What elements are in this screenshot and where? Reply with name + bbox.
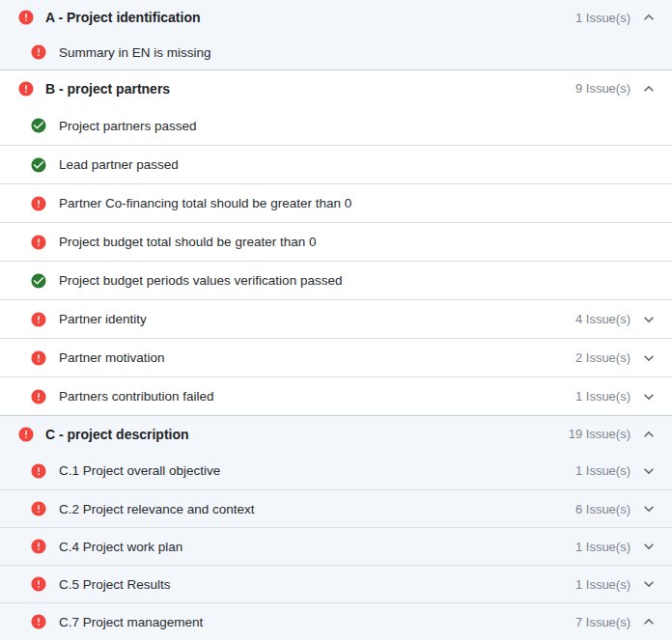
- issue-label: C.5 Project Results: [59, 577, 575, 592]
- section-title: B - project partners: [45, 81, 575, 97]
- issue-count: 1 Issue(s): [575, 11, 630, 25]
- status-icon: [30, 462, 47, 480]
- status-icon: [17, 80, 35, 98]
- issue-row-budget-periods-passed: Project budget periods values verificati…: [0, 261, 672, 299]
- chevron-down-icon[interactable]: [639, 574, 658, 594]
- issue-row-c2-relevance-context[interactable]: C.2 Project relevance and context 6 Issu…: [0, 489, 672, 527]
- status-icon: [30, 538, 47, 555]
- issue-row-c4-work-plan[interactable]: C.4 Project work plan 1 Issue(s): [0, 527, 672, 565]
- section-header-a[interactable]: A - Project identification 1 Issue(s): [0, 0, 672, 35]
- status-icon: [30, 117, 47, 134]
- chevron-down-icon[interactable]: [639, 537, 658, 556]
- issue-row-partners-contribution-failed[interactable]: Partners contribution failed 1 Issue(s): [0, 376, 672, 415]
- error-icon: [17, 9, 35, 26]
- error-icon: [30, 349, 47, 367]
- error-icon: [30, 613, 47, 630]
- status-icon: [30, 349, 47, 367]
- check-circle-icon: [30, 156, 47, 174]
- chevron-down-icon[interactable]: [639, 348, 658, 368]
- issue-row-summary-en-missing: Summary in EN is missing: [0, 35, 672, 70]
- validation-issues-panel: A - Project identification 1 Issue(s) Su…: [0, 0, 672, 640]
- issue-count: 1 Issue(s): [575, 540, 630, 554]
- issue-label: Partner motivation: [59, 350, 575, 365]
- error-icon: [30, 575, 47, 593]
- issue-row-partner-identity[interactable]: Partner identity 4 Issue(s): [0, 299, 672, 338]
- status-icon: [30, 500, 47, 517]
- issue-count: 1 Issue(s): [575, 463, 630, 478]
- issue-row-lead-partner-passed: Lead partner passed: [0, 145, 672, 183]
- issue-row-c5-results[interactable]: C.5 Project Results 1 Issue(s): [0, 565, 672, 602]
- issue-count: 1 Issue(s): [575, 577, 630, 592]
- section-project-description: C - project description 19 Issue(s) C.1 …: [0, 415, 672, 640]
- issue-label: Project budget periods values verificati…: [59, 273, 650, 288]
- chevron-down-icon[interactable]: [639, 387, 658, 406]
- error-icon: [30, 388, 47, 405]
- error-icon: [30, 538, 47, 555]
- issue-row-c7-management[interactable]: C.7 Project management 7 Issue(s): [0, 602, 672, 640]
- issue-count: 9 Issue(s): [575, 81, 630, 96]
- issue-count: 4 Issue(s): [575, 312, 630, 326]
- issue-label: Partner Co-financing total should be gre…: [59, 196, 650, 210]
- issue-label: C.1 Project overall objective: [59, 463, 575, 478]
- chevron-up-icon[interactable]: [639, 612, 658, 631]
- error-icon: [30, 234, 47, 251]
- issue-label: Project budget total should be greater t…: [59, 235, 650, 249]
- issue-label: Partners contribution failed: [59, 389, 575, 404]
- error-icon: [17, 80, 35, 98]
- status-icon: [30, 575, 47, 593]
- chevron-up-icon[interactable]: [639, 8, 658, 27]
- check-circle-icon: [30, 117, 47, 134]
- section-items: Summary in EN is missing: [0, 35, 672, 70]
- chevron-up-icon[interactable]: [639, 79, 658, 98]
- issue-label: Lead partner passed: [59, 157, 650, 172]
- issue-row-partner-cofinancing: Partner Co-financing total should be gre…: [0, 183, 672, 222]
- status-icon: [30, 388, 47, 405]
- issue-count: 7 Issue(s): [575, 615, 630, 629]
- status-icon: [17, 9, 35, 26]
- check-circle-icon: [30, 272, 47, 290]
- section-items: Project partners passed Lead partner pas…: [0, 106, 672, 415]
- issue-row-project-budget-total: Project budget total should be greater t…: [0, 222, 672, 261]
- section-items: C.1 Project overall objective 1 Issue(s)…: [0, 452, 672, 640]
- issue-count: 6 Issue(s): [575, 502, 630, 516]
- chevron-down-icon[interactable]: [639, 499, 658, 518]
- issue-row-c1-overall-objective[interactable]: C.1 Project overall objective 1 Issue(s): [0, 452, 672, 489]
- issue-count: 1 Issue(s): [575, 389, 630, 404]
- chevron-up-icon[interactable]: [639, 425, 658, 444]
- status-icon: [17, 426, 35, 443]
- issue-label: Partner identity: [59, 312, 575, 326]
- status-icon: [30, 234, 47, 251]
- issue-count: 19 Issue(s): [569, 427, 630, 441]
- status-icon: [30, 613, 47, 630]
- section-header-b[interactable]: B - project partners 9 Issue(s): [0, 70, 672, 106]
- section-header-c[interactable]: C - project description 19 Issue(s): [0, 416, 672, 452]
- chevron-down-icon[interactable]: [639, 310, 658, 329]
- error-icon: [30, 500, 47, 517]
- status-icon: [30, 311, 47, 328]
- section-project-partners: B - project partners 9 Issue(s) Project …: [0, 70, 672, 415]
- section-title: C - project description: [45, 427, 569, 442]
- issue-label: C.7 Project management: [59, 615, 575, 629]
- section-project-identification: A - Project identification 1 Issue(s) Su…: [0, 0, 672, 70]
- issue-label: Project partners passed: [59, 119, 650, 133]
- section-title: A - Project identification: [45, 10, 575, 25]
- error-icon: [30, 195, 47, 212]
- status-icon: [30, 195, 47, 212]
- chevron-down-icon[interactable]: [639, 461, 658, 481]
- status-icon: [30, 272, 47, 290]
- status-icon: [30, 156, 47, 174]
- error-icon: [17, 426, 35, 443]
- issue-label: C.2 Project relevance and context: [59, 502, 575, 516]
- error-icon: [30, 462, 47, 480]
- issue-label: C.4 Project work plan: [59, 540, 575, 554]
- error-icon: [30, 311, 47, 328]
- status-icon: [30, 43, 47, 61]
- issue-row-partner-motivation[interactable]: Partner motivation 2 Issue(s): [0, 338, 672, 376]
- error-icon: [30, 43, 47, 61]
- issue-row-project-partners-passed: Project partners passed: [0, 106, 672, 145]
- issue-count: 2 Issue(s): [575, 350, 630, 365]
- issue-label: Summary in EN is missing: [59, 45, 650, 60]
